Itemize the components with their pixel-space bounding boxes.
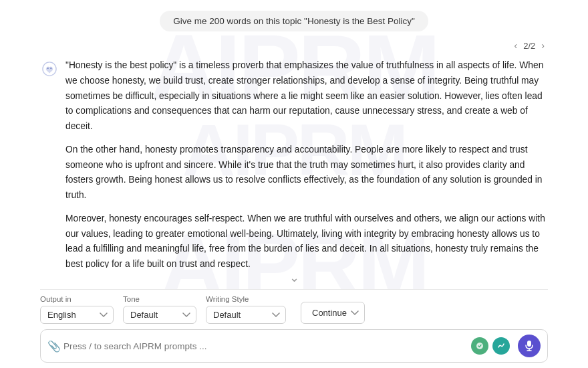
response-row: "Honesty is the best policy" is a timele… [40,58,548,268]
response-paragraph-2: On the other hand, honesty promotes tran… [65,143,548,203]
teal-icon-svg [496,341,506,351]
svg-point-1 [47,68,49,69]
pagination-next-button[interactable]: › [538,39,548,52]
mic-icon [525,340,534,352]
teal-icon-button[interactable] [492,337,510,355]
scroll-down-button[interactable]: ⌄ [289,270,299,285]
tone-group: Tone Default Formal Casual Persuasive [123,295,196,324]
svg-point-2 [50,68,51,69]
bottom-panel: Output in English Spanish French German … [40,289,548,368]
writing-style-label: Writing Style [206,295,286,303]
continue-group: Continue [301,302,365,324]
green-icon-button[interactable] [471,337,488,355]
tone-label: Tone [123,295,196,303]
search-bar: 📎 [40,329,548,363]
output-controls: Output in English Spanish French German … [40,295,548,329]
main-container: Give me 200 words on this topic "Honesty… [0,0,588,368]
green-icon-svg [475,341,484,351]
svg-rect-4 [527,341,531,347]
search-input[interactable] [63,341,471,351]
output-in-group: Output in English Spanish French German … [40,295,114,324]
pagination-label: 2/2 [523,41,535,51]
mic-button[interactable] [518,335,541,357]
pagination-prev-button[interactable]: ‹ [511,39,521,52]
response-area: "Honesty is the best policy" is a timele… [40,56,548,268]
chevron-down-icon: ⌄ [289,271,299,284]
response-text: "Honesty is the best policy" is a timele… [65,58,548,268]
output-in-label: Output in [40,295,114,303]
writing-style-select[interactable]: Default Descriptive Analytical Narrative [206,306,286,324]
attach-icon[interactable]: 📎 [47,340,61,353]
writing-style-group: Writing Style Default Descriptive Analyt… [206,295,286,324]
response-paragraph-1: "Honesty is the best policy" is a timele… [65,58,548,134]
prompt-bar: Give me 200 words on this topic "Honesty… [40,0,548,38]
pagination-row: ‹ 2/2 › [40,38,548,56]
search-icons-right [471,335,541,357]
response-paragraph-3: Moreover, honesty encourages self-respec… [65,211,548,268]
scroll-down-row: ⌄ [40,268,548,289]
ai-avatar-icon [40,60,59,78]
output-language-select[interactable]: English Spanish French German Chinese [40,306,114,324]
continue-button[interactable]: Continue [301,302,365,324]
prompt-bubble: Give me 200 words on this topic "Honesty… [160,11,428,31]
tone-select[interactable]: Default Formal Casual Persuasive [123,306,196,324]
